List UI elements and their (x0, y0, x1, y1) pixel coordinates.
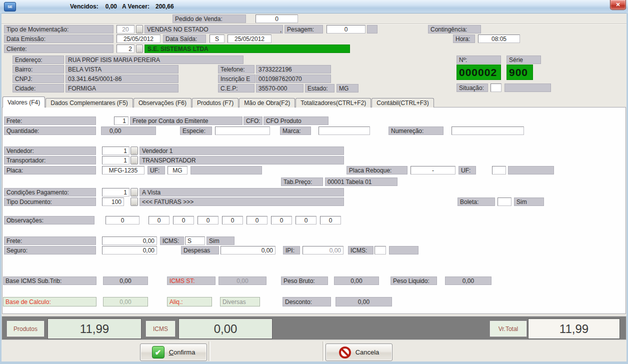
tab-mao-de-obra[interactable]: Mão de Obra(F2) (239, 98, 295, 108)
frete-valor-input[interactable]: 0,00 (102, 236, 157, 245)
situacao-label: Situação: (456, 84, 488, 92)
observacao-input-4[interactable]: 0 (198, 216, 218, 224)
uf-reboque-input[interactable] (492, 166, 506, 174)
diversas-box: Diversas (220, 297, 260, 306)
seguro-input[interactable]: 0,00 (102, 246, 157, 254)
tipo-documento-code-input[interactable]: 100 (102, 198, 124, 206)
window-frame-bottom (0, 362, 628, 364)
despesas-input[interactable]: 0,00 (220, 246, 276, 254)
produtos-total-value: 11,99 (48, 318, 142, 339)
observacao-input-2[interactable]: 0 (148, 216, 170, 224)
observacao-input-5[interactable]: 0 (222, 216, 243, 224)
marca-label: Marca: (280, 126, 311, 135)
inscricao-estadual-value: 0010987620070 (256, 74, 331, 83)
telefone-value: 3733222196 (256, 65, 331, 74)
marca-input[interactable] (318, 126, 370, 135)
vencidos-label: Vencidos: (70, 3, 98, 10)
observacao-input-3[interactable]: 0 (173, 216, 194, 224)
uf-reboque-box (508, 166, 554, 174)
despesas-label: Despesas (181, 246, 219, 254)
contingencia-label: Contingência: (428, 25, 481, 34)
data-saida-flag-input[interactable]: S (210, 34, 224, 43)
tab-produtos[interactable]: Produtos (F7) (192, 98, 238, 108)
icms-st-value: 0,00 (218, 276, 266, 285)
ipi-input[interactable]: 0,00 (302, 246, 344, 254)
numerecao-input[interactable] (452, 126, 524, 135)
vencidos-value: 0,00 (106, 3, 117, 10)
cfo-value: CFO Produto (264, 116, 328, 125)
close-button[interactable]: ✕ (610, 0, 626, 10)
placa-extra-box (190, 166, 262, 174)
tipo-movimentacao-code-input[interactable]: 20 (116, 25, 134, 34)
bairro-value: BELA VISTA (66, 65, 178, 74)
condicoes-pagamento-code-input[interactable]: 1 (102, 188, 130, 196)
observacao-input-9[interactable]: 0 (320, 216, 341, 224)
a-vencer-label: A Vencer: (122, 3, 150, 10)
observacao-input-8[interactable]: 0 (296, 216, 316, 224)
stray-mark: , (280, 26, 282, 34)
tab-contabil[interactable]: Contábil(CTRL+F3) (372, 98, 434, 108)
placa-input[interactable]: MFG-1235 (102, 166, 144, 174)
cancela-button[interactable]: Cancela (326, 344, 392, 361)
uf-input[interactable]: MG (168, 166, 188, 174)
tab-valores[interactable]: Valores (F4) (2, 96, 45, 108)
panel-seam (208, 342, 210, 361)
peso-bruto-value: 0,00 (334, 276, 379, 285)
icms-total-label: ICMS (146, 320, 176, 337)
frete-tipo-code-input[interactable]: 1 (114, 116, 128, 125)
app-icon: SE (4, 2, 16, 12)
observacao-input-7[interactable]: 0 (271, 216, 292, 224)
observacao-input-1[interactable]: 0 (106, 216, 140, 224)
tab-dados-complementares[interactable]: Dados Complementares (F5) (46, 98, 133, 108)
vr-total-value: 11,99 (528, 318, 620, 339)
cfo-label: CFO: (244, 116, 262, 125)
titlebar-balances: Vencidos: 0,00 A Vencer: 200,66 (70, 0, 174, 13)
data-saida-input[interactable]: 25/05/2012 (228, 34, 272, 43)
tipo-movimentacao-desc: VENDAS NO ESTADO (144, 25, 283, 34)
transportador-code-input[interactable]: 1 (102, 156, 130, 164)
tab-preco-value: 00001 Tabela 01 (325, 178, 398, 186)
transportador-desc: TRANSPORTADOR (140, 156, 344, 164)
peso-liquido-label: Peso Liquido: (390, 276, 437, 285)
tipo-movimentacao-lookup-button[interactable]: … (136, 25, 143, 34)
vendedor-code-input[interactable]: 1 (102, 146, 130, 155)
bairro-label: Bairro: (12, 65, 64, 74)
placa-reboque-input[interactable]: - (410, 166, 456, 174)
data-emissao-input[interactable]: 25/05/2012 (116, 34, 160, 43)
tab-totalizadores[interactable]: Totalizadores(CTRL+F2) (296, 98, 371, 108)
boleta-sim-box: Sim (514, 198, 544, 206)
vendedor-lookup-button[interactable]: … (130, 146, 138, 155)
situacao-flag-input[interactable] (490, 84, 502, 92)
hora-input[interactable]: 08:05 (478, 34, 520, 43)
numerecao-label: Numereção: (388, 126, 444, 135)
vendedor-label: Vendedor: (4, 146, 96, 155)
cliente-lookup-button[interactable]: … (136, 44, 143, 53)
seguro-label: Seguro: (4, 246, 96, 254)
frete-tipo-label: Frete: (4, 116, 96, 125)
tab-observacoes[interactable]: Observações (F6) (134, 98, 192, 108)
cliente-code-input[interactable]: 2 (116, 44, 134, 53)
icms-seguro-label: ICMS: (348, 246, 374, 254)
base-icms-subtrib-label: Base ICMS Sub.Trib: (3, 276, 96, 285)
pesagem-unit-box (367, 25, 378, 34)
cidade-label: Cidade: (12, 84, 64, 92)
confirma-button-label: Confirma (169, 348, 196, 356)
pedido-de-venda-input[interactable]: 0 (256, 14, 298, 23)
tipo-documento-lookup-button[interactable]: … (130, 198, 138, 206)
icms-seguro-flag-input[interactable] (374, 246, 386, 254)
pedido-de-venda-label: Pedido de Venda: (172, 14, 246, 23)
vendedor-desc: Vendedor 1 (140, 146, 344, 155)
observacao-input-6[interactable]: 0 (246, 216, 268, 224)
confirma-button[interactable]: ✔ Confirma (140, 344, 207, 361)
boleta-flag-input[interactable] (498, 198, 512, 206)
transportador-label: Transportador: (4, 156, 96, 164)
boleta-label: Boleta: (458, 198, 495, 206)
pesagem-input[interactable]: 0 (326, 25, 366, 34)
cliente-nome-display: S.E. SISTEMAS LTDA (144, 44, 350, 53)
especie-input[interactable] (215, 126, 270, 135)
icms-frete-flag-input[interactable]: S (185, 236, 205, 245)
transportador-lookup-button[interactable]: … (130, 156, 138, 164)
frete-valor-label: Frete: (4, 236, 96, 245)
close-icon: ✕ (616, 2, 620, 8)
condicoes-pagamento-lookup-button[interactable]: … (130, 188, 138, 196)
